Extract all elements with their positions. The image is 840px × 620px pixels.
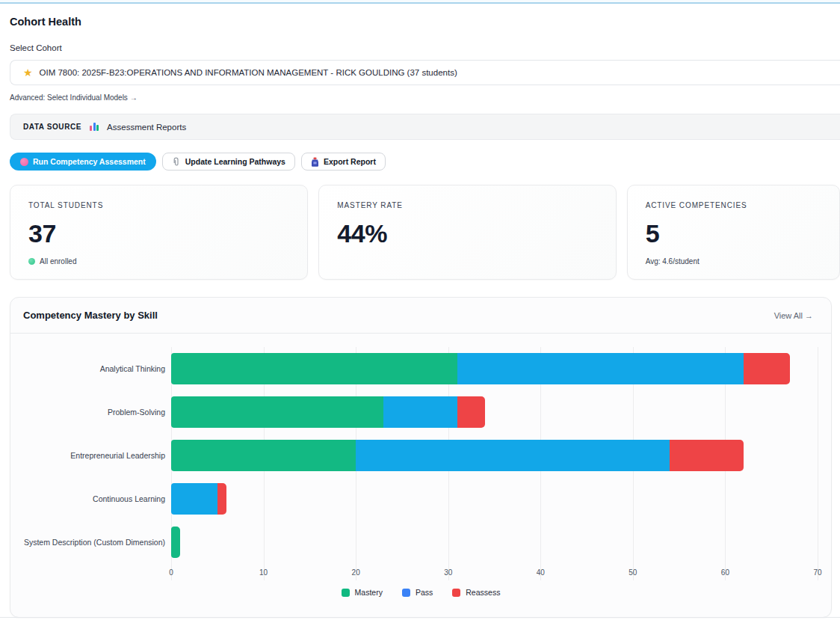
stacked-bar xyxy=(171,396,818,428)
legend-swatch xyxy=(452,589,460,597)
legend-swatch xyxy=(402,589,410,597)
x-tick-label: 0 xyxy=(169,568,173,577)
stat-card-mastery-rate: MASTERY RATE 44% xyxy=(318,185,616,280)
stat-note: Avg: 4.6/student xyxy=(646,257,700,266)
stat-label: ACTIVE COMPETENCIES xyxy=(646,201,839,209)
bar-segment-mastery[interactable] xyxy=(171,353,457,384)
x-tick-label: 20 xyxy=(352,568,360,577)
select-cohort-label: Select Cohort xyxy=(10,43,840,52)
category-label: Problem-Solving xyxy=(12,408,165,417)
stat-value: 44% xyxy=(337,219,615,248)
legend-swatch xyxy=(342,589,350,597)
bar-chart-icon xyxy=(90,123,99,131)
x-axis-ticks: 010203040506070 xyxy=(171,564,818,580)
x-tick-label: 60 xyxy=(721,568,729,577)
x-tick-label: 70 xyxy=(813,568,821,577)
run-assessment-label: Run Competency Assessment xyxy=(33,157,146,166)
bar-segment-reassess[interactable] xyxy=(744,353,790,384)
export-report-label: Export Report xyxy=(324,157,376,166)
bar-segment-reassess[interactable] xyxy=(670,440,744,471)
stacked-bar xyxy=(171,440,818,471)
x-tick-label: 50 xyxy=(629,568,637,577)
chart-row: System Description (Custom Dimension) xyxy=(171,521,818,564)
bar-segment-pass[interactable] xyxy=(383,396,457,428)
stat-card-active-competencies: ACTIVE COMPETENCIES 5 Avg: 4.6/student xyxy=(627,185,840,280)
gridline xyxy=(818,347,818,580)
category-label: Analytical Thinking xyxy=(12,364,165,373)
star-icon: ★ xyxy=(23,67,33,78)
competency-mastery-chart-card: Competency Mastery by Skill View All → A… xyxy=(10,297,832,618)
bar-segment-reassess[interactable] xyxy=(217,483,226,515)
enrolled-status-dot xyxy=(28,258,35,265)
legend-item-pass[interactable]: Pass xyxy=(402,588,433,597)
data-source-bar: DATA SOURCE Assessment Reports xyxy=(10,114,840,140)
stat-card-total-students: TOTAL STUDENTS 37 All enrolled xyxy=(10,185,308,280)
legend-label: Mastery xyxy=(355,588,383,597)
legend-item-mastery[interactable]: Mastery xyxy=(342,588,383,597)
stat-label: MASTERY RATE xyxy=(337,201,615,209)
chart-header: Competency Mastery by Skill View All → xyxy=(10,298,831,333)
run-competency-assessment-button[interactable]: Run Competency Assessment xyxy=(10,153,156,171)
stat-cards: TOTAL STUDENTS 37 All enrolled MASTERY R… xyxy=(10,185,840,280)
category-label: Entrepreneurial Leadership xyxy=(12,451,165,460)
category-label: Continuous Learning xyxy=(12,494,165,503)
sparkle-icon xyxy=(20,158,28,166)
advanced-select-models-link[interactable]: Advanced: Select Individual Models → xyxy=(10,93,138,102)
chart-title: Competency Mastery by Skill xyxy=(23,310,158,321)
bar-segment-reassess[interactable] xyxy=(457,396,485,428)
bar-segment-mastery[interactable] xyxy=(171,396,383,428)
cohort-select[interactable]: ★ OIM 7800: 2025F-B23:OPERATIONS AND INF… xyxy=(10,60,840,85)
view-all-link[interactable]: View All → xyxy=(774,311,813,320)
data-source-value: Assessment Reports xyxy=(107,123,186,132)
legend-label: Reassess xyxy=(466,588,500,597)
stat-value: 5 xyxy=(646,219,839,248)
data-source-label: DATA SOURCE xyxy=(23,123,81,131)
update-pathways-label: Update Learning Pathways xyxy=(185,157,285,166)
update-learning-pathways-button[interactable]: Update Learning Pathways xyxy=(162,153,295,171)
x-tick-label: 10 xyxy=(259,568,268,577)
chart-row: Continuous Learning xyxy=(171,477,818,521)
cohort-health-page: Cohort Health Select Cohort ★ OIM 7800: … xyxy=(0,0,840,620)
bar-segment-pass[interactable] xyxy=(171,483,217,515)
export-report-button[interactable]: Export Report xyxy=(301,153,386,171)
chart-row: Problem-Solving xyxy=(171,390,818,434)
x-tick-label: 30 xyxy=(444,568,452,577)
category-label: System Description (Custom Dimension) xyxy=(12,538,165,547)
bar-segment-pass[interactable] xyxy=(356,440,670,471)
export-icon xyxy=(311,157,319,167)
legend-item-reassess[interactable]: Reassess xyxy=(452,588,500,597)
chart-row: Entrepreneurial Leadership xyxy=(171,434,818,477)
stat-label: TOTAL STUDENTS xyxy=(28,201,307,209)
stacked-bar xyxy=(171,483,818,515)
x-tick-label: 40 xyxy=(537,568,545,577)
page-title: Cohort Health xyxy=(10,16,840,28)
top-strip xyxy=(0,0,840,4)
stat-value: 37 xyxy=(28,219,307,248)
cohort-option-text: OIM 7800: 2025F-B23:OPERATIONS AND INFOR… xyxy=(40,68,457,77)
chart-legend: MasteryPassReassess xyxy=(10,588,831,597)
chart-row: Analytical Thinking xyxy=(171,347,818,390)
bar-segment-mastery[interactable] xyxy=(171,527,180,558)
action-buttons: Run Competency Assessment Update Learnin… xyxy=(10,153,840,171)
bar-segment-pass[interactable] xyxy=(457,353,744,384)
stacked-bar xyxy=(171,353,818,384)
paperclip-icon xyxy=(172,157,181,167)
stat-note: All enrolled xyxy=(28,257,76,266)
chart-body: Analytical ThinkingProblem-SolvingEntrep… xyxy=(10,334,831,597)
bar-segment-mastery[interactable] xyxy=(171,440,356,471)
bottom-divider xyxy=(0,617,840,618)
stat-note-text: All enrolled xyxy=(40,257,76,266)
stacked-bar-plot: Analytical ThinkingProblem-SolvingEntrep… xyxy=(171,347,818,580)
stacked-bar xyxy=(171,527,818,558)
legend-label: Pass xyxy=(416,588,433,597)
stat-note-text: Avg: 4.6/student xyxy=(646,257,700,266)
